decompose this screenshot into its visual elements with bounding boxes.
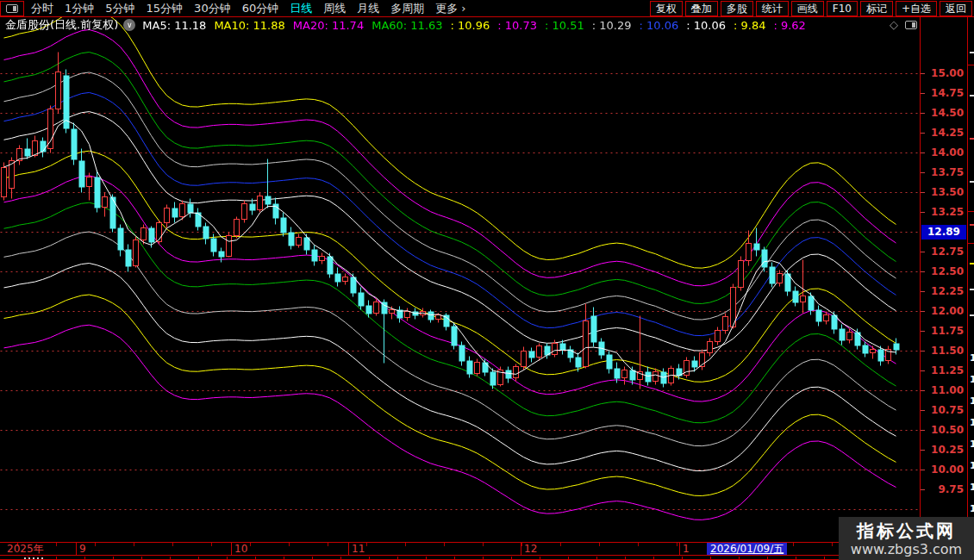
clipped-digit: 1: [970, 439, 974, 450]
action-button-+自选[interactable]: +自选: [896, 1, 937, 16]
period-tab-更多 ›[interactable]: 更多 ›: [435, 1, 465, 16]
date-minor-tick: [405, 543, 406, 546]
period-tab-多周期[interactable]: 多周期: [390, 1, 424, 16]
clipped-row-separator: [968, 243, 974, 244]
date-minor-tick: [56, 543, 57, 546]
period-tab-周线[interactable]: 周线: [323, 1, 346, 16]
price-axis-tick: [921, 470, 925, 470]
price-axis-label: 13.50: [931, 186, 964, 198]
date-minor-tick: [832, 543, 833, 546]
period-tab-分时[interactable]: 分时: [31, 1, 53, 16]
date-minor-tick: [366, 543, 367, 546]
month-divider: [231, 543, 232, 555]
price-axis-label: 11.75: [931, 325, 964, 337]
period-tab-月线[interactable]: 月线: [357, 1, 379, 16]
action-button-叠加[interactable]: 叠加: [685, 1, 718, 16]
date-minor-tick: [134, 543, 134, 546]
date-minor-tick: [289, 543, 290, 546]
clipped-digit: 1: [970, 353, 974, 364]
action-button-返回[interactable]: 返回: [940, 1, 972, 16]
action-button-标记[interactable]: 标记: [860, 1, 893, 16]
chevron-down-icon[interactable]: ∨: [123, 19, 135, 31]
price-axis-label: 15.00: [931, 67, 964, 79]
date-axis: 2025年910111212026/01/09/五: [0, 542, 967, 556]
date-axis-label: 10: [234, 544, 247, 555]
date-minor-tick: [250, 543, 251, 546]
price-axis-label: 11.00: [931, 384, 964, 396]
clipped-digit: 1: [970, 375, 974, 385]
watermark-url: www.zbgs3.com: [851, 541, 962, 557]
date-minor-tick: [328, 543, 328, 546]
diamond-marker-icon[interactable]: ◇: [890, 19, 898, 31]
date-minor-tick: [638, 543, 639, 546]
ma-legend-item: MA60: 11.63: [371, 19, 442, 32]
period-toolbar: 分时1分钟5分钟15分钟30分钟60分钟日线周线月线多周期更多 › 复权叠加多股…: [0, 0, 974, 17]
price-axis-tick: [921, 430, 925, 431]
period-tab-15分钟[interactable]: 15分钟: [147, 1, 184, 16]
date-axis-label: 11: [352, 544, 365, 555]
clipped-glyph-fragment: [970, 95, 974, 96]
clipped-text-fragment: [24, 557, 43, 559]
clipped-bottom-row: [0, 557, 967, 560]
clipped-glyph-fragment: [970, 181, 974, 183]
ma-legend-item: MA20: 11.74: [293, 19, 364, 32]
date-axis-label: 9: [79, 544, 86, 555]
price-axis-tick: [921, 311, 925, 312]
price-axis-label: 13.25: [931, 206, 964, 218]
action-button-复权[interactable]: 复权: [650, 1, 683, 16]
stock-title: 金盾股份(日线.前复权): [5, 17, 118, 33]
clipped-glyph-fragment: [970, 263, 974, 264]
price-axis-label: 14.50: [931, 107, 964, 119]
action-button-画线[interactable]: 画线: [791, 1, 824, 16]
price-axis-label: 12.25: [931, 285, 964, 297]
price-axis-label: 11.50: [931, 345, 964, 357]
trading-app-window: 分时1分钟5分钟15分钟30分钟60分钟日线周线月线多周期更多 › 复权叠加多股…: [0, 0, 974, 560]
price-axis-label: 10.00: [931, 464, 964, 476]
price-axis-label: 10.75: [931, 404, 964, 416]
clipped-digit: 1: [970, 461, 974, 471]
date-minor-tick: [95, 543, 96, 546]
toolbar-actions: 复权叠加多股统计画线F10标记+自选返回: [650, 1, 972, 16]
price-axis-label: 9.75: [938, 483, 964, 495]
ma-legend-item: : 9.62: [773, 19, 805, 32]
clipped-digit: 1: [970, 396, 974, 407]
clipped-row-separator: [968, 211, 974, 212]
action-button-统计[interactable]: 统计: [756, 1, 789, 16]
price-axis-tick: [921, 73, 925, 74]
action-button-多股[interactable]: 多股: [721, 1, 753, 16]
action-button-F10[interactable]: F10: [827, 1, 858, 16]
period-tab-1分钟[interactable]: 1分钟: [65, 1, 94, 16]
price-axis-label: 14.25: [931, 127, 964, 139]
date-minor-tick: [599, 543, 600, 546]
price-axis-label: 11.25: [931, 364, 964, 376]
date-minor-tick: [560, 543, 561, 546]
split-panel-icon: [6, 4, 18, 13]
price-axis-label: 14.00: [931, 146, 964, 159]
price-axis-tick: [921, 252, 925, 252]
price-axis: 15.0014.7514.5014.2514.0013.7513.5013.25…: [920, 17, 967, 542]
clipped-digit: 1: [970, 504, 974, 514]
period-tab-日线[interactable]: 日线: [290, 1, 312, 16]
watermark-box: 指标公式网 www.zbgs3.com: [839, 517, 974, 560]
clipped-row-separator: [968, 65, 974, 65]
date-minor-tick: [172, 543, 173, 546]
date-minor-tick: [793, 543, 794, 546]
month-divider: [521, 543, 521, 555]
price-axis-tick: [921, 212, 925, 213]
price-axis-tick: [921, 370, 925, 371]
ma-legend-item: : 10.06: [640, 19, 679, 32]
candlestick-chart[interactable]: [0, 17, 920, 542]
period-tab-5分钟[interactable]: 5分钟: [105, 1, 134, 16]
current-price-tag: 12.89: [921, 225, 966, 240]
clipped-right-panel: 11111111: [967, 17, 974, 543]
ma-legend-item: MA10: 11.88: [214, 19, 284, 32]
price-axis-tick: [921, 152, 925, 153]
panel-toggle-icon[interactable]: [905, 21, 917, 29]
price-axis-tick: [921, 410, 925, 411]
layout-toggle-button[interactable]: [0, 1, 24, 16]
price-axis-tick: [921, 489, 925, 490]
period-tab-60分钟[interactable]: 60分钟: [242, 1, 279, 16]
period-tab-30分钟[interactable]: 30分钟: [194, 1, 231, 16]
price-axis-tick: [921, 450, 925, 451]
ma-legend-item: : 10.29: [592, 19, 632, 32]
